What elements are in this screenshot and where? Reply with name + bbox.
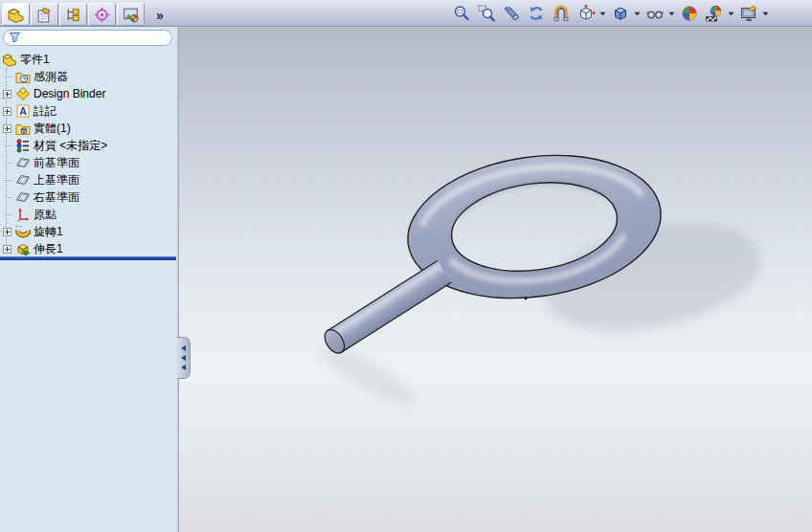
tree-item-annotations-2[interactable]: A註記 [0,102,176,120]
tree-item-reference-plane-7[interactable]: 右基準面 [0,188,176,206]
part-icon [2,52,17,67]
expand-toggle[interactable] [2,120,12,137]
view-orientation-dropdown[interactable] [598,2,607,25]
section-view-icon [552,4,571,23]
tree-item-revolve-feature-9[interactable]: 旋轉1 [0,223,176,240]
tree-item-material-4[interactable]: 材質 <未指定> [0,137,176,154]
plus-box-icon [3,124,11,133]
rollback-bar[interactable] [0,256,176,260]
tree-item-label: 旋轉1 [34,224,63,240]
hide-show-items-button[interactable] [643,2,666,25]
view-settings-dropdown-arrow-icon [762,11,769,16]
sensors-folder-icon [15,69,31,84]
plus-box-icon [3,107,11,116]
part-icon [2,52,17,67]
tab-dimxpertmanager[interactable] [88,3,116,26]
tree-item-reference-plane-6[interactable]: 上基準面 [0,171,176,188]
zoom-to-fit-button[interactable] [449,2,473,25]
expand-toggle[interactable] [2,102,12,120]
tab-configurationmanager[interactable] [59,3,87,26]
rotate-view-button[interactable] [524,2,548,25]
tree-item-label: 實體(1) [34,121,71,137]
edit-appearance-button[interactable] [677,2,701,25]
display-style-dropdown-arrow-icon [634,11,641,16]
previous-view-icon [502,4,521,23]
tree-item-label: 感測器 [34,69,68,85]
reference-plane-icon [15,172,31,188]
hide-show-items-dropdown[interactable] [667,2,676,25]
apply-scene-button[interactable] [702,2,726,25]
extrude-feature-icon [15,241,31,256]
display-style-dropdown[interactable] [633,2,642,25]
view-settings-dropdown[interactable] [761,2,770,25]
reference-plane-icon [15,155,31,170]
feature-filter-box [3,30,172,46]
sensors-folder-icon [15,69,31,84]
view-settings-icon [739,4,758,23]
tree-item-design-binder-1[interactable]: Design Binder [0,85,176,102]
tree-item-label: 原點 [34,207,56,223]
tree-item-reference-plane-5[interactable]: 前基準面 [0,154,176,171]
design-binder-icon [15,86,31,101]
configurationmanager-icon [64,6,82,24]
tree-item-extrude-feature-10[interactable]: 伸長1 [0,240,176,257]
tree-connector [2,188,12,206]
handle-cylinder[interactable] [321,260,451,356]
zoom-to-area-icon [477,4,496,23]
view-settings-button[interactable] [736,2,760,25]
tree-root-part[interactable]: 零件1 [0,51,176,68]
tree-root-label: 零件1 [20,52,50,68]
expand-toggle[interactable] [2,223,12,240]
apply-scene-dropdown-arrow-icon [728,11,734,16]
rotate-view-icon [527,4,546,23]
filter-funnel-icon [9,31,21,43]
tree-item-label: 註記 [34,103,56,120]
panel-collapse-handle[interactable] [177,337,191,379]
tab-displaymanager[interactable] [117,3,145,26]
view-orientation-button[interactable] [574,2,598,25]
filter-input[interactable] [24,32,167,44]
top-toolbar: » [0,0,812,27]
tree-item-label: Design Binder [34,87,105,100]
tree-connector [2,206,12,223]
plus-box-icon [3,228,11,236]
tree-item-solid-bodies-folder-3[interactable]: 實體(1) [0,120,176,137]
tree-item-label: 上基準面 [34,172,79,188]
tree-item-label: 伸長1 [34,241,63,257]
dimxpertmanager-icon [93,6,111,24]
edge-vertex-dot [525,298,528,300]
display-style-button[interactable] [608,2,632,25]
tree-connector [2,68,12,85]
origin-icon [15,207,31,222]
zoom-to-fit-icon [452,4,471,23]
apply-scene-dropdown[interactable] [727,2,735,25]
origin-icon [15,207,31,222]
expand-toggle[interactable] [2,240,12,257]
section-view-button[interactable] [549,2,573,25]
apply-scene-icon [705,4,724,23]
hide-show-items-dropdown-arrow-icon [668,11,675,16]
model-ring-with-handle[interactable] [179,27,812,532]
revolve-feature-icon [15,224,31,239]
view-orientation-dropdown-arrow-icon [599,11,606,16]
zoom-to-area-button[interactable] [474,2,498,25]
tree-item-sensors-folder-0[interactable]: 感測器 [0,68,176,85]
tree-item-label: 材質 <未指定> [34,138,107,154]
tab-propertymanager[interactable] [31,3,58,26]
reference-plane-icon [15,155,31,170]
display-style-icon [611,4,630,23]
extrude-feature-icon [15,241,31,256]
displaymanager-icon [122,6,140,24]
previous-view-button[interactable] [499,2,523,25]
graphics-area[interactable] [179,27,812,532]
plus-box-icon [3,245,11,254]
tree-item-origin-8[interactable]: 原點 [0,206,176,223]
tabs-overflow-button[interactable]: » [150,5,169,26]
tree-connector [6,68,7,250]
tree-item-label: 前基準面 [34,155,79,171]
collapse-arrow-icon [181,365,186,370]
expand-toggle[interactable] [2,85,12,102]
feature-tree: 零件1感測器Design BinderA註記實體(1)材質 <未指定>前基準面上… [0,51,176,257]
tab-featuremanager-tree[interactable] [2,3,30,26]
material-icon [15,138,31,153]
